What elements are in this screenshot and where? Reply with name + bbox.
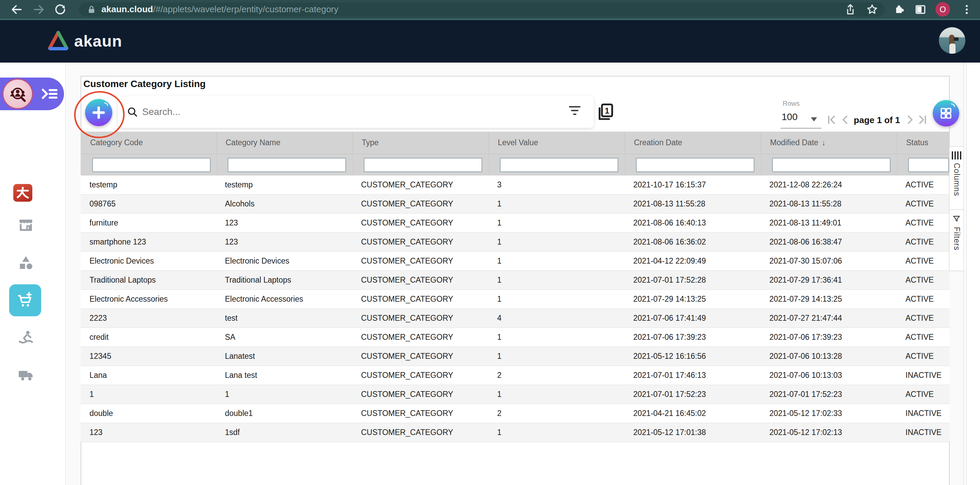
akaun-logo[interactable]: akaun xyxy=(47,30,122,51)
table-cell: 1 xyxy=(488,290,624,308)
table-cell: 2021-05-12 17:02:33 xyxy=(760,404,897,423)
table-cell: CUSTOMER_CATEGORY xyxy=(352,347,488,366)
add-record-button[interactable] xyxy=(85,99,112,126)
table-cell: CUSTOMER_CATEGORY xyxy=(352,404,488,423)
table-row[interactable]: Electronic DevicesElectronic DevicesCUST… xyxy=(81,252,950,271)
columns-grip-icon xyxy=(952,151,961,159)
last-page-button[interactable] xyxy=(917,114,929,126)
sidebar-item-storefront[interactable] xyxy=(16,215,35,234)
rows-caret-icon[interactable] xyxy=(811,117,817,121)
filter-input-level-value[interactable] xyxy=(500,158,618,172)
profile-initial: O xyxy=(940,5,946,14)
column-header-category-code[interactable]: Category Code xyxy=(81,132,217,154)
table-cell: CUSTOMER_CATEGORY xyxy=(352,328,488,347)
column-header-modified-date[interactable]: Modified Date↓ xyxy=(761,132,897,154)
table-row[interactable]: smartphone 123123CUSTOMER_CATEGORY12021-… xyxy=(81,233,950,252)
table-row[interactable]: 12345LanatestCUSTOMER_CATEGORY12021-05-1… xyxy=(81,347,950,366)
column-header-category-name[interactable]: Category Name xyxy=(217,132,353,154)
applet-switcher-pill[interactable] xyxy=(0,78,64,110)
bookmark-star-icon[interactable] xyxy=(865,3,878,16)
prev-page-button[interactable] xyxy=(839,114,851,126)
sidebar-item-water-sports[interactable] xyxy=(16,328,35,347)
filters-tab-label: Filters xyxy=(952,227,961,251)
page-indicator: page 1 of 1 xyxy=(852,115,902,126)
collapse-menu-icon[interactable] xyxy=(41,86,59,102)
filter-input-category-name[interactable] xyxy=(228,158,346,172)
table-cell: 1 xyxy=(488,233,624,251)
table-row[interactable]: 11CUSTOMER_CATEGORY12021-07-01 17:52:232… xyxy=(81,385,950,404)
table-cell: 2021-08-06 16:40:13 xyxy=(624,214,760,232)
columns-panel-tab[interactable]: Columns xyxy=(949,146,964,210)
table-row[interactable]: Traditional LaptopsTraditional LaptopsCU… xyxy=(81,271,950,290)
table-row[interactable]: 1231sdfCUSTOMER_CATEGORY12021-05-12 17:0… xyxy=(81,423,950,442)
search-input[interactable] xyxy=(142,107,550,117)
table-row[interactable]: LanaLana testCUSTOMER_CATEGORY22021-07-0… xyxy=(81,366,950,385)
single-view-icon[interactable]: 1 xyxy=(596,103,615,124)
table-cell: Electronic Devices xyxy=(81,252,216,270)
rows-per-page-select[interactable]: 100 xyxy=(782,111,798,122)
table-cell: 2021-07-01 17:52:23 xyxy=(760,385,897,404)
column-header-creation-date[interactable]: Creation Date xyxy=(625,132,761,154)
extensions-puzzle-icon[interactable] xyxy=(893,3,906,16)
forward-icon[interactable] xyxy=(32,3,45,16)
column-header-type[interactable]: Type xyxy=(353,132,489,154)
browser-chrome: akaun.cloud/#/applets/wavelet/erp/entity… xyxy=(0,0,980,19)
scrollbar-track-line[interactable] xyxy=(964,63,964,485)
column-header-status[interactable]: Status xyxy=(897,132,949,154)
column-header-level-value[interactable]: Level Value xyxy=(489,132,625,154)
page-word: page xyxy=(854,115,875,125)
page-of: of xyxy=(885,115,893,125)
reload-icon[interactable] xyxy=(54,3,67,16)
rows-label: Rows xyxy=(783,100,800,108)
crm-applet-icon[interactable] xyxy=(2,79,33,109)
browser-menu-icon[interactable] xyxy=(960,3,973,16)
table-row[interactable]: Electronic AccessoriesElectronic Accesso… xyxy=(81,290,950,309)
table-row[interactable]: doubledouble1CUSTOMER_CATEGORY22021-04-2… xyxy=(81,404,950,423)
share-icon[interactable] xyxy=(844,3,857,16)
url-host: akaun.cloud xyxy=(102,4,153,14)
address-bar[interactable]: akaun.cloud/#/applets/wavelet/erp/entity… xyxy=(79,2,885,16)
table-cell: testemp xyxy=(216,175,352,194)
table-row[interactable]: creditSACUSTOMER_CATEGORY12021-07-06 17:… xyxy=(81,328,950,347)
sidebar xyxy=(0,63,66,485)
table-row[interactable]: 098765AlcoholsCUSTOMER_CATEGORY12021-08-… xyxy=(81,194,950,214)
table-header-row: Category CodeCategory NameTypeLevel Valu… xyxy=(81,132,950,154)
first-page-button[interactable] xyxy=(825,114,837,126)
search-icon xyxy=(127,106,138,118)
table-row[interactable]: 2223testCUSTOMER_CATEGORY42021-07-06 17:… xyxy=(81,309,950,328)
cart-plus-icon xyxy=(16,291,34,310)
back-icon[interactable] xyxy=(10,3,23,16)
user-avatar[interactable] xyxy=(939,27,966,54)
sidebar-item-cart-active[interactable] xyxy=(9,284,41,316)
scrollbar-track-line[interactable] xyxy=(966,63,966,485)
table-row[interactable]: furniture123CUSTOMER_CATEGORY12021-08-06… xyxy=(81,214,950,233)
browser-profile-avatar[interactable]: O xyxy=(935,2,950,17)
table-cell: Lanatest xyxy=(216,347,352,366)
sidebar-item-shapes[interactable] xyxy=(16,253,35,272)
table-cell: ACTIVE xyxy=(897,194,948,213)
filter-input-type[interactable] xyxy=(364,158,482,172)
filters-panel-tab[interactable]: Filters xyxy=(949,210,964,271)
filter-cell-level-value xyxy=(489,154,625,176)
search-filter-icon[interactable] xyxy=(569,106,581,117)
sidebar-item-dai-applet[interactable] xyxy=(13,184,32,202)
next-page-button[interactable] xyxy=(904,114,916,126)
table-cell: INACTIVE xyxy=(897,404,948,423)
table-cell: CUSTOMER_CATEGORY xyxy=(352,423,488,442)
table-cell: 2021-07-06 17:41:49 xyxy=(624,309,760,328)
sort-desc-icon[interactable]: ↓ xyxy=(822,138,826,147)
side-panel-icon[interactable] xyxy=(914,3,927,16)
filter-input-category-code[interactable] xyxy=(92,158,211,172)
filter-cell-modified-date xyxy=(761,154,897,176)
table-cell: furniture xyxy=(81,214,216,232)
filter-input-status[interactable] xyxy=(908,158,949,172)
filter-input-creation-date[interactable] xyxy=(636,158,754,172)
table-cell: 1 xyxy=(488,214,624,232)
table-cell: 123 xyxy=(216,233,352,251)
scrollbar-gutter xyxy=(966,63,980,485)
grid-view-button[interactable] xyxy=(933,100,959,127)
table-row[interactable]: testemptestempCUSTOMER_CATEGORY32021-10-… xyxy=(81,175,950,194)
avatar-photo-detail xyxy=(950,43,956,54)
sidebar-item-logistics-truck[interactable] xyxy=(16,365,35,384)
filter-input-modified-date[interactable] xyxy=(772,158,891,172)
